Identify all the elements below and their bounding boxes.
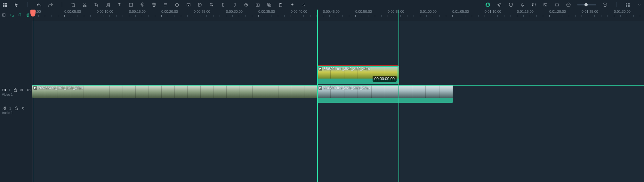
svg-point-29 [246, 4, 247, 5]
zoom-slider[interactable] [577, 4, 596, 5]
video-track-label: Video 1 [2, 93, 30, 96]
grid-view-icon[interactable] [625, 2, 631, 8]
audio-track-label: Audio 1 [2, 111, 30, 115]
track-header-column: 1 Video 1 1 Audio 1 [0, 21, 32, 182]
fit-screen-icon[interactable] [186, 2, 191, 8]
copy-icon[interactable] [266, 2, 272, 8]
clip-ocean[interactable]: 5603899-uhd_3840_2160_25fps [317, 85, 453, 103]
svg-rect-35 [280, 3, 281, 4]
lock-icon[interactable] [14, 106, 19, 110]
ruler-tick: 0:00:40:00 [291, 10, 307, 13]
ruler-tick: 0:01:20:00 [549, 10, 566, 13]
svg-point-38 [487, 4, 489, 5]
music-note-icon[interactable] [105, 2, 111, 8]
svg-point-8 [85, 5, 86, 7]
ruler-tick: 0:01:05:00 [452, 10, 469, 13]
svg-rect-0 [3, 3, 4, 4]
svg-rect-64 [2, 89, 5, 91]
svg-rect-4 [72, 4, 75, 7]
svg-rect-34 [279, 4, 282, 7]
eye-icon[interactable] [27, 88, 31, 92]
drag-offset-time: 00:00:00:00 [373, 76, 397, 82]
bracket-right-icon[interactable] [232, 2, 237, 8]
lock-icon[interactable] [13, 88, 17, 92]
music-icon [2, 106, 6, 110]
svg-rect-30 [256, 4, 259, 6]
tag-icon[interactable] [197, 2, 203, 8]
settings-gear-icon[interactable] [496, 2, 502, 8]
world-icon[interactable] [151, 2, 157, 8]
playhead-handle[interactable] [30, 10, 36, 17]
svg-rect-12 [129, 3, 133, 6]
track-area[interactable]: 5608091-uhd_3840_2160_24fps 00:00:00:00 … [32, 21, 641, 182]
grid-icon[interactable] [2, 2, 8, 8]
link-icon[interactable] [10, 12, 15, 18]
zoom-in-button[interactable] [602, 2, 608, 8]
svg-rect-57 [626, 3, 627, 4]
paste-icon[interactable] [278, 2, 284, 8]
sparkle-icon[interactable] [289, 2, 295, 8]
timeline-body: 1 Video 1 1 Audio 1 5608091-uhd_384 [0, 21, 644, 182]
svg-point-7 [83, 5, 85, 7]
svg-point-39 [498, 4, 500, 6]
rotate-icon[interactable] [140, 2, 145, 8]
record-icon[interactable] [243, 2, 249, 8]
subtitle-icon[interactable] [554, 2, 560, 8]
clip-dragging[interactable]: 5608091-uhd_3840_2160_24fps 00:00:00:00 [317, 66, 398, 84]
svg-point-27 [212, 5, 213, 6]
ruler-tick: 0:01:30:00 [614, 10, 631, 13]
toolbar-right [485, 2, 642, 8]
audio-track-number: 1 [9, 107, 11, 110]
image-frame-icon[interactable] [543, 2, 548, 8]
svg-rect-65 [14, 90, 17, 92]
mute-icon[interactable] [21, 106, 26, 110]
text-icon[interactable]: T [117, 2, 122, 8]
square-icon[interactable] [128, 2, 134, 8]
timeline-ruler[interactable]: 00:000:00:05:000:00:10:000:00:15:000:00:… [32, 10, 641, 21]
mic-icon[interactable] [519, 2, 525, 8]
align-icon[interactable] [163, 2, 168, 8]
svg-rect-1 [5, 3, 7, 4]
mute-icon[interactable] [20, 88, 24, 92]
svg-rect-59 [626, 5, 627, 7]
ruler-tick: 0:00:55:00 [388, 10, 404, 13]
clip-forest[interactable]: 5652323-hd_1920_1080_30fps [32, 85, 317, 98]
crop-icon[interactable] [93, 2, 99, 8]
cut-icon[interactable] [82, 2, 88, 8]
ruler-tick: 0:01:00:00 [420, 10, 437, 13]
ruler-tick: 0:00:25:00 [194, 10, 210, 13]
delete-icon[interactable] [70, 2, 76, 8]
svg-point-44 [532, 5, 533, 6]
timer-icon[interactable] [174, 2, 180, 8]
svg-rect-2 [3, 5, 4, 7]
shield-icon[interactable] [508, 2, 514, 8]
levels-icon[interactable] [531, 2, 537, 8]
svg-rect-68 [15, 108, 18, 110]
avatar-icon[interactable] [485, 2, 491, 8]
capture-icon[interactable] [255, 2, 261, 8]
video-track-number: 1 [9, 88, 11, 92]
svg-rect-47 [544, 4, 547, 6]
unlink-icon[interactable] [301, 2, 307, 8]
marker-icon[interactable] [18, 12, 22, 18]
ruler-tick: 0:00:20:00 [161, 10, 178, 13]
main-toolbar: T [0, 0, 644, 10]
audio-track-header: 1 Audio 1 [0, 105, 32, 116]
ruler-tick: 0:01:10:00 [485, 10, 501, 13]
undo-icon[interactable] [36, 2, 42, 8]
zoom-out-button[interactable] [566, 2, 571, 8]
ruler-tick: 0:01:25:00 [582, 10, 598, 13]
playhead[interactable] [33, 10, 33, 182]
svg-rect-60 [628, 5, 630, 7]
redo-icon[interactable] [48, 2, 53, 8]
svg-point-26 [210, 3, 212, 4]
volume-slider-icon[interactable] [209, 2, 214, 8]
magnet-icon[interactable] [26, 12, 30, 18]
bracket-left-icon[interactable] [220, 2, 226, 8]
svg-rect-40 [522, 3, 523, 5]
view-mode-dropdown[interactable] [636, 2, 642, 8]
svg-point-67 [28, 90, 29, 91]
ruler-tick: 0:00:45:00 [323, 10, 340, 13]
add-media-icon[interactable] [2, 12, 7, 18]
select-icon[interactable] [13, 2, 19, 8]
